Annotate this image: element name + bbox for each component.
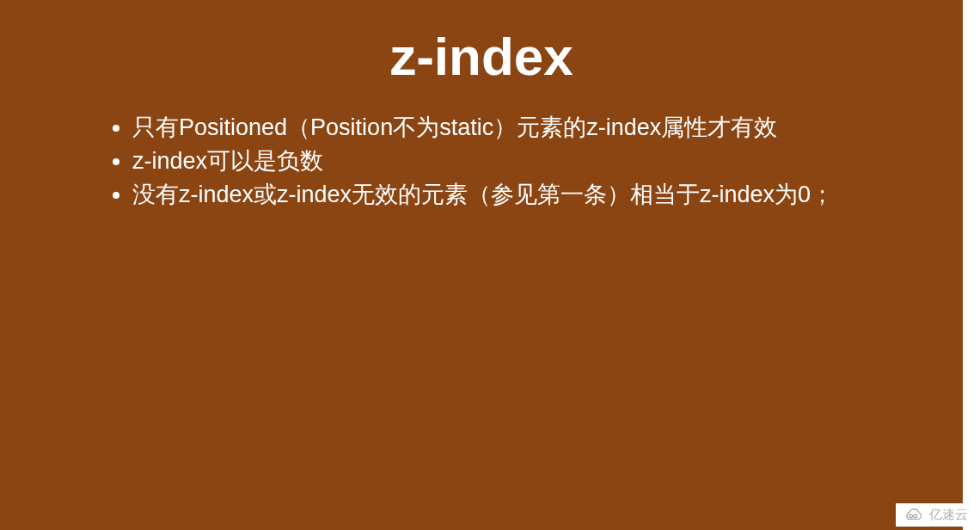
watermark: 亿速云	[896, 503, 975, 527]
bullet-item: 只有Positioned（Position不为static）元素的z-index…	[132, 111, 877, 145]
svg-point-0	[910, 514, 913, 517]
svg-point-1	[914, 514, 917, 517]
cloud-icon	[903, 508, 925, 523]
page-right-margin	[963, 0, 980, 530]
bullet-list: 只有Positioned（Position不为static）元素的z-index…	[86, 111, 877, 212]
presentation-slide: z-index 只有Positioned（Position不为static）元素…	[0, 0, 963, 530]
bullet-item: z-index可以是负数	[132, 145, 877, 178]
bullet-item: 没有z-index或z-index无效的元素（参见第一条）相当于z-index为…	[132, 178, 877, 212]
slide-title: z-index	[86, 26, 877, 87]
watermark-text: 亿速云	[929, 507, 968, 523]
